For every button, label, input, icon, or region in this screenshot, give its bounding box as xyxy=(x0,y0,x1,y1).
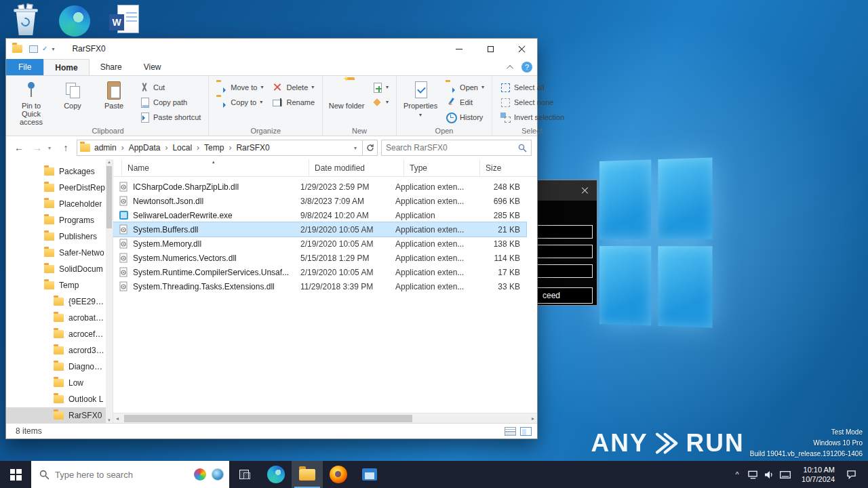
history-button[interactable]: History xyxy=(442,110,488,124)
close-button[interactable] xyxy=(506,39,537,59)
explorer-system-icon[interactable] xyxy=(12,45,22,53)
sidebar-folder-item[interactable]: {9EE293E3- xyxy=(6,293,106,310)
copy-path-button[interactable]: Copy path xyxy=(136,95,204,109)
select-all-button[interactable]: Select all xyxy=(496,80,568,94)
tab-share[interactable]: Share xyxy=(90,59,133,75)
hidden-icons-chevron[interactable]: ^ xyxy=(730,470,744,479)
open-button[interactable]: Open ▾ xyxy=(442,80,488,94)
tab-file[interactable]: File xyxy=(6,59,43,75)
address-caret-down-icon[interactable]: ▾ xyxy=(351,145,359,151)
sidebar-folder-item[interactable]: RarSFX0 xyxy=(6,407,106,423)
word-document-icon[interactable]: W xyxy=(107,3,142,39)
up-button[interactable]: ↑ xyxy=(58,142,73,153)
sidebar-folder-item[interactable]: Safer-Netwo xyxy=(6,245,106,261)
scroll-left-icon[interactable]: ◂ xyxy=(116,415,119,422)
file-row[interactable]: Newtonsoft.Json.dll 3/8/2023 7:09 AM App… xyxy=(113,194,526,208)
back-button[interactable]: ← xyxy=(12,142,26,153)
maximize-button[interactable] xyxy=(475,39,506,59)
scrollbar-thumb[interactable] xyxy=(106,166,112,228)
sidebar-folder-item[interactable]: Publishers xyxy=(6,228,106,245)
new-folder-button[interactable]: New folder xyxy=(327,78,366,125)
taskbar-edge-button[interactable] xyxy=(260,461,292,488)
paste-shortcut-button[interactable]: Paste shortcut xyxy=(136,110,204,124)
delete-button[interactable]: Delete ▾ xyxy=(269,80,318,94)
new-item-button[interactable]: ▾ xyxy=(368,80,392,94)
easy-access-button[interactable]: ▾ xyxy=(368,95,392,109)
cortana-icon[interactable] xyxy=(194,468,206,481)
scroll-up-icon[interactable]: ▴ xyxy=(108,159,111,165)
sidebar-folder-item[interactable]: Programs xyxy=(6,212,106,228)
file-row[interactable]: System.Runtime.CompilerServices.Unsaf...… xyxy=(113,265,526,279)
sidebar-folder-item[interactable]: Diagnostic xyxy=(6,359,106,375)
column-header-date[interactable]: Date modified xyxy=(309,159,403,176)
explorer-search-input[interactable] xyxy=(386,143,515,152)
action-center-button[interactable] xyxy=(839,470,863,479)
sidebar-folder-item[interactable]: SolidDocum xyxy=(6,261,106,277)
sort-ascending-icon[interactable]: ▴ xyxy=(212,159,215,165)
breadcrumb-item[interactable]: AppData xyxy=(129,143,173,152)
qat-check-icon[interactable]: ✓ xyxy=(42,45,47,52)
qat-caret-down-icon[interactable]: ▾ xyxy=(52,46,54,52)
edit-button[interactable]: Edit xyxy=(442,95,488,109)
forward-button[interactable]: → xyxy=(30,142,45,153)
tab-home[interactable]: Home xyxy=(43,59,89,75)
close-icon[interactable] xyxy=(574,180,597,201)
properties-button[interactable]: Properties ▾ xyxy=(401,78,440,125)
details-view-button[interactable] xyxy=(505,427,516,436)
collapse-ribbon-button[interactable] xyxy=(502,59,519,75)
taskbar-search[interactable] xyxy=(31,461,229,488)
sidebar-folder-item[interactable]: Low xyxy=(6,375,106,391)
network-icon[interactable] xyxy=(745,470,760,479)
help-button[interactable]: ? xyxy=(519,59,534,75)
sidebar-folder-item[interactable]: Temp xyxy=(6,277,106,293)
start-button[interactable] xyxy=(0,461,31,488)
minimize-button[interactable] xyxy=(443,39,475,59)
file-row[interactable]: SeliwareLoaderRewrite.exe 9/8/2024 10:20… xyxy=(113,208,526,222)
taskbar-search-input[interactable] xyxy=(55,470,189,480)
taskbar-explorer-button[interactable] xyxy=(292,461,323,488)
file-row[interactable]: System.Buffers.dll 2/19/2020 10:05 AM Ap… xyxy=(113,222,526,237)
file-row[interactable]: ICSharpCode.SharpZipLib.dll 1/29/2023 2:… xyxy=(113,180,526,194)
sidebar-folder-item[interactable]: acrocef_lo xyxy=(6,326,106,342)
invert-selection-button[interactable]: Invert selection xyxy=(496,110,568,124)
move-to-button[interactable]: Move to ▾ xyxy=(213,80,267,94)
sidebar-folder-item[interactable]: PeerDistRep xyxy=(6,180,106,196)
select-none-button[interactable]: Select none xyxy=(496,95,568,109)
edge-desktop-icon[interactable] xyxy=(57,3,92,39)
scroll-down-icon[interactable]: ▾ xyxy=(108,418,111,423)
file-row[interactable]: System.Numerics.Vectors.dll 5/15/2018 1:… xyxy=(113,251,526,265)
task-view-button[interactable] xyxy=(229,461,260,488)
horizontal-scrollbar[interactable]: ◂ ▸ xyxy=(113,413,537,423)
column-header-name[interactable]: Name xyxy=(121,159,309,176)
qat-properties-icon[interactable] xyxy=(29,45,38,53)
touch-keyboard-icon[interactable] xyxy=(778,471,793,479)
pin-to-quick-access-button[interactable]: Pin to Quick access xyxy=(12,78,51,125)
refresh-button[interactable] xyxy=(363,140,378,156)
file-row[interactable]: System.Threading.Tasks.Extensions.dll 11… xyxy=(113,279,526,293)
breadcrumb-item[interactable]: Local xyxy=(172,143,204,152)
taskbar-clock[interactable]: 10:10 AM 10/7/2024 xyxy=(794,465,837,484)
recent-locations-caret-icon[interactable]: ▾ xyxy=(48,145,55,151)
column-header-type[interactable]: Type xyxy=(403,159,479,176)
copy-button[interactable]: Copy xyxy=(53,78,92,125)
sidebar-folder-item[interactable]: acrobat_sb xyxy=(6,310,106,326)
sidebar-folder-item[interactable]: Packages xyxy=(6,163,106,180)
address-bar[interactable]: adminAppDataLocalTempRarSFX0 ▾ xyxy=(77,140,363,156)
file-row[interactable]: System.Memory.dll 2/19/2020 10:05 AM App… xyxy=(113,237,526,251)
sidebar-folder-item[interactable]: Placeholder xyxy=(6,196,106,212)
volume-icon[interactable] xyxy=(762,470,776,479)
paste-button[interactable]: Paste xyxy=(94,78,134,125)
breadcrumb-item[interactable]: Temp xyxy=(204,143,236,152)
explorer-search[interactable] xyxy=(381,140,532,156)
recycle-bin-icon[interactable] xyxy=(8,3,43,39)
copy-to-button[interactable]: Copy to ▾ xyxy=(213,95,267,109)
sidebar-scrollbar[interactable]: ▴ ▾ xyxy=(106,159,113,423)
column-header-size[interactable]: Size xyxy=(479,159,532,176)
scroll-right-icon[interactable]: ▸ xyxy=(532,415,534,422)
taskbar-app-window-button[interactable] xyxy=(354,461,385,488)
tab-view[interactable]: View xyxy=(133,59,172,75)
sidebar-folder-item[interactable]: Outlook L xyxy=(6,391,106,407)
cut-button[interactable]: Cut xyxy=(136,80,204,94)
breadcrumb-item[interactable]: RarSFX0 xyxy=(236,143,269,152)
rename-button[interactable]: Rename xyxy=(269,95,318,109)
